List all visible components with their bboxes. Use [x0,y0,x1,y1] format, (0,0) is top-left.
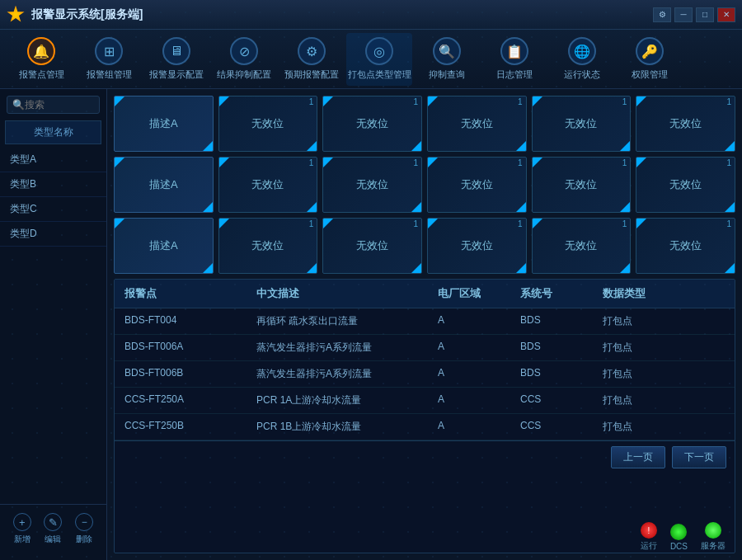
settings-button[interactable]: ⚙ [653,7,671,22]
table-cell-data-type-0: 打包点 [593,308,675,334]
card-text-r3c1: 描述A [149,238,178,253]
add-icon: + [13,513,31,531]
grid-card-r3c6[interactable]: 1 无效位 [636,218,735,274]
card-text-r3c5: 无效位 [565,238,597,253]
sidebar-item-typeC[interactable]: 类型C [0,197,106,222]
toolbar-item-run-status[interactable]: 🌐 运行状态 [549,33,615,86]
card-text-r1c4: 无效位 [461,116,493,131]
table-cell-alarm-point-2: BDS-FT006B [115,361,247,387]
grid-card-r2c4[interactable]: 1 无效位 [427,157,527,213]
table-cell-data-type-3: 打包点 [593,388,675,413]
sidebar-action-edit[interactable]: ✎ 编辑 [44,513,62,545]
status-item-server: 服务器 [701,522,726,552]
status-bar: !运行DCS服务器 [641,522,726,552]
grid-card-r2c6[interactable]: 1 无效位 [636,157,735,213]
table-header-alarm-point: 报警点 [115,280,247,308]
card-num-r2c2: 1 [309,158,314,167]
card-text-r1c5: 无效位 [565,116,597,131]
grid-card-r1c3[interactable]: 1 无效位 [322,96,422,152]
grid-card-r3c2[interactable]: 1 无效位 [218,218,318,274]
grid-card-r3c1[interactable]: 描述A [114,218,214,274]
status-label-run: 运行 [641,540,657,552]
card-text-r2c4: 无效位 [461,177,493,192]
toolbar-item-result-suppress[interactable]: ⊘ 结果抑制配置 [211,33,277,86]
card-num-r3c3: 1 [413,219,418,228]
card-num-r1c5: 1 [622,97,627,106]
grid-card-r3c4[interactable]: 1 无效位 [427,218,527,274]
toolbar-label-auth-mgmt: 权限管理 [632,68,668,81]
toolbar-label-alarm-point: 报警点管理 [19,68,64,81]
toolbar-icon-alarm-point: 🔔 [27,37,55,65]
grid-card-r1c1[interactable]: 描述A [114,96,214,152]
prev-page-button[interactable]: 上一页 [611,446,665,468]
toolbar-label-alarm-display: 报警显示配置 [149,68,204,81]
table-row[interactable]: BDS-FT006B蒸汽发生器排污A系列流量ABDS打包点 [115,361,735,388]
table-cell-area-4: A [428,414,510,440]
table-row[interactable]: BDS-FT004再循环 疏水泵出口流量ABDS打包点 [115,308,735,335]
table-cell-desc-2: 蒸汽发生器排污A系列流量 [247,361,428,387]
card-num-r2c4: 1 [518,158,523,167]
status-dot-run: ! [641,522,657,539]
card-text-r3c2: 无效位 [251,238,284,253]
table-row[interactable]: CCS-FT250BPCR 1B上游冷却水流量ACCS打包点 [115,414,735,440]
card-text-r1c6: 无效位 [669,116,702,131]
grid-card-r1c5[interactable]: 1 无效位 [532,96,632,152]
grid-card-r2c2[interactable]: 1 无效位 [218,157,318,213]
sidebar-actions: + 新增 ✎ 编辑 － 删除 [0,504,106,553]
table-cell-sys-no-2: BDS [510,361,593,387]
toolbar-item-predict-config[interactable]: ⚙ 预期报警配置 [279,33,345,86]
grid-card-r3c3[interactable]: 1 无效位 [322,218,422,274]
toolbar-item-suppress-query[interactable]: 🔍 抑制查询 [414,33,480,86]
card-text-r3c3: 无效位 [356,238,388,253]
toolbar-item-pack-type[interactable]: ◎ 打包点类型管理 [346,33,412,86]
table-cell-desc-3: PCR 1A上游冷却水流量 [247,388,428,413]
toolbar-item-alarm-group[interactable]: ⊞ 报警组管理 [76,33,142,86]
toolbar-label-log-mgmt: 日志管理 [496,68,533,81]
card-num-r3c6: 1 [726,219,731,228]
grid-card-r1c6[interactable]: 1 无效位 [636,96,735,152]
title-bar: 报警显示系统[服务端] ⚙ ─ □ ✕ [0,0,742,30]
card-text-r2c6: 无效位 [669,177,702,192]
app-title: 报警显示系统[服务端] [31,7,143,22]
table-header-desc: 中文描述 [247,280,428,308]
table-body: BDS-FT004再循环 疏水泵出口流量ABDS打包点BDS-FT006A蒸汽发… [115,308,735,440]
sidebar-item-typeB[interactable]: 类型B [0,172,106,197]
toolbar-icon-suppress-query: 🔍 [433,37,461,65]
maximize-button[interactable]: □ [696,7,714,22]
sidebar-item-typeA[interactable]: 类型A [0,148,106,172]
toolbar-icon-alarm-group: ⊞ [95,37,123,65]
grid-card-r3c5[interactable]: 1 无效位 [532,218,632,274]
app-logo-icon [7,6,25,24]
search-box[interactable]: 🔍 [7,96,100,114]
minimize-button[interactable]: ─ [674,7,693,22]
grid-card-r1c4[interactable]: 1 无效位 [427,96,527,152]
card-text-r3c6: 无效位 [669,238,702,253]
close-button[interactable]: ✕ [717,7,735,22]
search-input[interactable] [25,99,91,111]
table-cell-alarm-point-1: BDS-FT006A [115,335,247,360]
toolbar-item-log-mgmt[interactable]: 📋 日志管理 [481,33,547,86]
toolbar-item-auth-mgmt[interactable]: 🔑 权限管理 [617,33,683,86]
next-page-button[interactable]: 下一页 [672,446,726,468]
table-area: 报警点中文描述电厂区域系统号数据类型 BDS-FT004再循环 疏水泵出口流量A… [114,279,735,553]
grid-card-r2c3[interactable]: 1 无效位 [322,157,422,213]
toolbar-item-alarm-display[interactable]: 🖥 报警显示配置 [143,33,209,86]
search-icon: 🔍 [12,99,25,111]
sidebar-action-add[interactable]: + 新增 [13,513,31,545]
grid-card-r1c2[interactable]: 1 无效位 [218,96,318,152]
toolbar-item-alarm-point[interactable]: 🔔 报警点管理 [8,33,74,86]
table-row[interactable]: BDS-FT006A蒸汽发生器排污A系列流量ABDS打包点 [115,335,735,361]
sidebar-item-typeD[interactable]: 类型D [0,222,106,247]
grid-row-1: 描述A 1 无效位 1 无效位 1 无效位 1 无效位 1 无效位 [114,157,735,213]
toolbar-icon-result-suppress: ⊘ [230,37,258,65]
table-row[interactable]: CCS-FT250APCR 1A上游冷却水流量ACCS打包点 [115,388,735,414]
toolbar-label-alarm-group: 报警组管理 [87,68,132,81]
add-label: 新增 [14,534,31,545]
grid-card-r2c1[interactable]: 描述A [114,157,214,213]
sidebar-action-delete[interactable]: － 删除 [75,513,93,545]
table-cell-desc-0: 再循环 疏水泵出口流量 [247,308,428,334]
table-cell-alarm-point-0: BDS-FT004 [115,308,247,334]
table-cell-sys-no-1: BDS [510,335,593,360]
card-text-r2c3: 无效位 [356,177,388,192]
grid-card-r2c5[interactable]: 1 无效位 [532,157,632,213]
